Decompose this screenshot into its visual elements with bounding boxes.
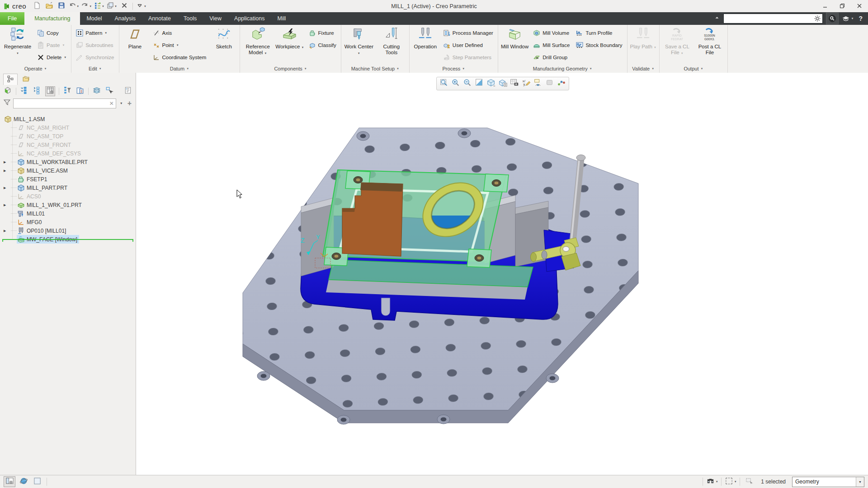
pattern-button[interactable]: Pattern▼ — [73, 27, 117, 39]
axis-button[interactable]: Axis — [150, 27, 210, 39]
expand-arrow-icon[interactable]: ▶ — [4, 229, 11, 233]
zoom-in-button[interactable] — [450, 78, 462, 89]
help-button[interactable]: ? — [857, 15, 864, 22]
expand-arrow-icon[interactable]: ▶ — [4, 169, 11, 173]
3d-model-scene[interactable]: Z Y — [136, 73, 868, 475]
copy-button[interactable]: Copy — [34, 27, 70, 39]
expand-arrow-icon[interactable]: ▶ — [4, 160, 11, 164]
tab-analysis[interactable]: Analysis — [108, 12, 142, 25]
tab-mill[interactable]: Mill — [271, 12, 292, 25]
group-label[interactable]: Components▼ — [240, 65, 341, 73]
tree-item-mill01[interactable]: MILL01 — [0, 209, 136, 218]
drill-group-button[interactable]: Drill Group — [530, 51, 573, 63]
collapse-ribbon-button[interactable] — [714, 14, 720, 23]
command-search-box[interactable] — [723, 14, 823, 23]
sketch-button[interactable]: Sketch — [209, 26, 238, 50]
synchronize-button[interactable]: Synchronize — [73, 51, 117, 63]
group-label[interactable]: Validate▼ — [627, 65, 659, 73]
zoom-out-button[interactable] — [462, 78, 473, 89]
plane-button[interactable]: Plane — [121, 26, 150, 50]
tree-item-nc-asm-top[interactable]: NC_ASM_TOP — [0, 132, 136, 141]
group-label[interactable]: Edit▼ — [71, 65, 118, 73]
fixture-button[interactable]: Fixture — [306, 27, 340, 39]
window-switch-button[interactable]: ▼ — [106, 1, 118, 12]
selection-filter-combo[interactable]: Geometry ▼ — [792, 477, 864, 487]
add-filter-button[interactable]: + — [127, 99, 132, 108]
chevron-down-icon[interactable]: ▼ — [144, 5, 146, 8]
tree-filter-input[interactable] — [14, 100, 108, 107]
tree-item-mill-worktable-prt[interactable]: ▶MILL_WORKTABLE.PRT — [0, 158, 136, 166]
nav-toggle-button[interactable] — [4, 476, 15, 487]
annotation-display-button[interactable]: x/y, — [520, 78, 532, 89]
play-path-button[interactable]: Play Path ▼ — [629, 26, 658, 51]
restore-button[interactable] — [834, 0, 851, 12]
select-box-button[interactable]: ▼ — [725, 477, 736, 487]
clear-filter-icon[interactable]: ✕ — [108, 100, 116, 107]
tab-applications[interactable]: Applications — [228, 12, 271, 25]
tree-item-mill-vice-asm[interactable]: ▶MILL_VICE.ASM — [0, 166, 136, 175]
expand-arrow-icon[interactable]: ▶ — [4, 186, 11, 190]
tab-view[interactable]: View — [203, 12, 228, 25]
spin-center-button[interactable] — [544, 78, 556, 89]
repaint-button[interactable] — [473, 78, 485, 89]
coordinate-system-button[interactable]: Coordinate System — [150, 51, 210, 63]
tab-model[interactable]: Model — [80, 12, 108, 25]
show-annotations-button[interactable] — [532, 78, 544, 89]
tree-root[interactable]: MILL_1.ASM — [0, 115, 136, 123]
tree-item-nc-asm-front[interactable]: NC_ASM_FRONT — [0, 141, 136, 149]
open-button[interactable] — [43, 1, 55, 12]
operation-button[interactable]: Operation — [411, 26, 440, 50]
tab-tools[interactable]: Tools — [177, 12, 203, 25]
tree-filter-box[interactable]: ✕ — [13, 99, 116, 108]
mill-volume-button[interactable]: Mill Volume — [530, 27, 573, 39]
saved-views-button[interactable] — [497, 78, 509, 89]
tab-manufacturing[interactable]: Manufacturing — [24, 12, 80, 25]
tree-item-mill-part-prt[interactable]: ▶MILL_PART.PRT — [0, 183, 136, 192]
close-window-button[interactable] — [118, 1, 130, 12]
step-parameters-button[interactable]: Step Parameters — [440, 51, 496, 63]
settings-list-button[interactable] — [123, 87, 132, 96]
model-player-button[interactable]: ▼ — [93, 1, 105, 12]
mill-window-button[interactable]: Mill Window — [500, 26, 530, 50]
browser-button[interactable] — [18, 477, 29, 487]
layers-button[interactable] — [92, 87, 101, 96]
tab-annotate[interactable]: Annotate — [142, 12, 177, 25]
find-button[interactable]: ▼ — [707, 477, 717, 487]
orientation-button[interactable] — [556, 78, 567, 89]
tree-item-acs0[interactable]: ACS0 — [0, 192, 136, 201]
chevron-down-icon[interactable]: ▼ — [102, 5, 104, 8]
chevron-down-icon[interactable]: ▼ — [114, 5, 117, 8]
subroutines-button[interactable]: Subroutines — [73, 39, 117, 51]
zoom-region-button[interactable] — [438, 78, 450, 89]
display-cube-button[interactable] — [3, 87, 12, 96]
group-label[interactable]: Manufacturing Geometry▼ — [498, 65, 627, 73]
view-manager-button[interactable] — [509, 78, 520, 89]
new-button[interactable] — [31, 1, 43, 12]
search-button[interactable] — [826, 13, 839, 24]
mill-surface-button[interactable]: Mill Surface — [530, 39, 573, 51]
learning-connector-button[interactable]: ▼ — [842, 16, 854, 22]
fullscreen-button[interactable] — [32, 477, 42, 487]
minimize-button[interactable] — [816, 0, 834, 12]
select-region-button[interactable] — [744, 477, 755, 487]
display-style-button[interactable] — [485, 78, 497, 89]
cutting-tools-button[interactable]: Cutting Tools — [375, 26, 408, 56]
classify-button[interactable]: Classify — [306, 39, 340, 51]
user-defined-button[interactable]: User Defined — [440, 39, 496, 51]
command-search-input[interactable] — [724, 15, 814, 22]
chevron-down-icon[interactable]: ▼ — [89, 5, 92, 8]
filter-dropdown-icon[interactable]: ▼ — [118, 102, 124, 105]
chevron-down-icon[interactable]: ▼ — [851, 17, 854, 20]
expand-arrow-icon[interactable]: ▶ — [4, 203, 11, 207]
stock-boundary-button[interactable]: Stock Boundary — [573, 39, 625, 51]
pick-button[interactable] — [105, 87, 114, 96]
save-button[interactable] — [56, 1, 67, 12]
post-a-cl-file-button[interactable]: S1000NG00X3.Post a CL File — [693, 26, 726, 56]
tree-item-nc-asm-def-csys[interactable]: NC_ASM_DEF_CSYS — [0, 149, 136, 158]
navigator-tab-model-tree[interactable] — [3, 74, 18, 85]
work-center-button[interactable]: Work Center ▼ — [343, 26, 375, 56]
collapse-button[interactable] — [33, 87, 42, 96]
reference-model-button[interactable]: Reference Model ▼ — [241, 26, 274, 56]
close-button[interactable] — [851, 0, 868, 12]
tree-item-op010-mill01-[interactable]: ▶OP010 [MILL01] — [0, 226, 136, 235]
